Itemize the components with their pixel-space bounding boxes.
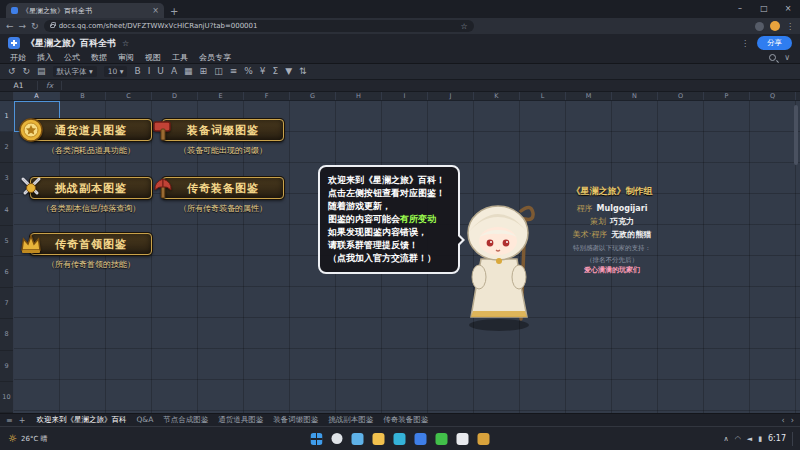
- row-header-6[interactable]: 6: [0, 257, 13, 288]
- select-all-corner[interactable]: [0, 92, 14, 100]
- tray-icon-0[interactable]: ∧: [724, 435, 729, 443]
- weather-widget[interactable]: ☼ 26°C 晴: [8, 427, 48, 450]
- column-header-H[interactable]: H: [336, 92, 382, 100]
- menu-item-3[interactable]: 数据: [91, 52, 107, 63]
- legendary-boss-button[interactable]: 传奇首领图鉴: [30, 233, 152, 255]
- show-desktop-button[interactable]: [792, 432, 794, 446]
- new-tab-button[interactable]: +: [170, 6, 178, 17]
- fill-color-icon[interactable]: ▦: [184, 67, 193, 76]
- column-header-M[interactable]: M: [566, 92, 612, 100]
- menu-item-1[interactable]: 插入: [37, 52, 53, 63]
- close-button[interactable]: ×: [776, 0, 800, 18]
- minimize-button[interactable]: –: [728, 0, 752, 18]
- equip-affix-button[interactable]: 装备词缀图鉴: [162, 119, 284, 141]
- maximize-button[interactable]: □: [752, 0, 776, 18]
- collapse-toolbar-icon[interactable]: ∨: [784, 53, 790, 62]
- column-header-P[interactable]: P: [704, 92, 750, 100]
- merge-cells-icon[interactable]: ◫: [214, 67, 223, 76]
- undo-icon[interactable]: ↺: [8, 67, 16, 76]
- menu-item-4[interactable]: 审阅: [118, 52, 134, 63]
- tray-icon-1[interactable]: ◠: [735, 435, 741, 443]
- row-header-9[interactable]: 9: [0, 351, 13, 382]
- back-icon[interactable]: ←: [6, 21, 14, 31]
- spreadsheet-grid[interactable]: 12345678910 通货道具图鉴 （各类消耗品道具功能） 装备词缀图鉴 （装…: [0, 101, 800, 413]
- vertical-scrollbar[interactable]: [794, 105, 798, 165]
- column-header-K[interactable]: K: [474, 92, 520, 100]
- taskbar-wechat-icon[interactable]: [436, 433, 448, 445]
- align-icon[interactable]: ≡: [230, 67, 238, 76]
- currency-items-button[interactable]: 通货道具图鉴: [30, 119, 152, 141]
- sum-icon[interactable]: Σ: [273, 67, 279, 76]
- row-header-7[interactable]: 7: [0, 288, 13, 319]
- italic-icon[interactable]: I: [148, 67, 151, 76]
- column-header-I[interactable]: I: [382, 92, 428, 100]
- filter-icon[interactable]: ▼: [285, 67, 292, 76]
- column-header-B[interactable]: B: [60, 92, 106, 100]
- column-header-F[interactable]: F: [244, 92, 290, 100]
- tray-icon-3[interactable]: ▮: [758, 435, 762, 443]
- menu-item-0[interactable]: 开始: [10, 52, 26, 63]
- formula-input[interactable]: [62, 80, 800, 91]
- tab-prev-icon[interactable]: ‹: [782, 416, 785, 425]
- column-header-E[interactable]: E: [198, 92, 244, 100]
- favorite-star-icon[interactable]: ☆: [122, 39, 129, 48]
- column-header-N[interactable]: N: [612, 92, 658, 100]
- browser-menu-icon[interactable]: ⋮: [786, 22, 794, 31]
- taskbar-edge-icon[interactable]: [394, 433, 406, 445]
- menu-item-6[interactable]: 工具: [172, 52, 188, 63]
- menu-item-5[interactable]: 视图: [145, 52, 161, 63]
- menu-item-7[interactable]: 会员专享: [199, 52, 231, 63]
- share-button[interactable]: 分享: [757, 36, 792, 50]
- taskbar-search-icon[interactable]: [332, 433, 343, 444]
- taskbar-qq-app-icon[interactable]: [457, 433, 469, 445]
- refresh-icon[interactable]: ↻: [31, 21, 39, 31]
- tray-icon-2[interactable]: ◄: [747, 435, 752, 443]
- font-size-select[interactable]: 10 ▾: [104, 66, 128, 78]
- column-header-G[interactable]: G: [290, 92, 336, 100]
- row-header-1[interactable]: 1: [0, 101, 13, 132]
- clock[interactable]: 6:17: [768, 434, 786, 443]
- search-icon[interactable]: [769, 54, 776, 61]
- row-header-2[interactable]: 2: [0, 132, 13, 163]
- row-header-8[interactable]: 8: [0, 319, 13, 350]
- extension-icon[interactable]: [755, 22, 764, 31]
- tab-next-icon[interactable]: ›: [791, 416, 794, 425]
- profile-avatar[interactable]: [770, 21, 780, 31]
- column-header-C[interactable]: C: [106, 92, 152, 100]
- column-header-J[interactable]: J: [428, 92, 474, 100]
- text-color-icon[interactable]: A: [171, 67, 177, 76]
- currency-icon[interactable]: ¥: [260, 67, 266, 76]
- join-group-link[interactable]: （点我加入官方交流群！）: [328, 252, 450, 265]
- tab-close-icon[interactable]: ×: [152, 6, 159, 15]
- browser-tab[interactable]: 《星澜之旅》百科全书 ×: [6, 3, 164, 18]
- row-header-10[interactable]: 10: [0, 382, 13, 413]
- taskbar-game-app-icon[interactable]: [478, 433, 490, 445]
- taskbar-file-explorer-icon[interactable]: [373, 433, 385, 445]
- sheet-list-icon[interactable]: ≡: [6, 416, 13, 425]
- bookmark-star-icon[interactable]: ☆: [460, 22, 467, 31]
- cell-reference[interactable]: A1: [0, 81, 38, 90]
- challenge-dungeon-button[interactable]: 挑战副本图鉴: [30, 177, 152, 199]
- column-header-Q[interactable]: Q: [750, 92, 796, 100]
- font-select[interactable]: 默认字体 ▾: [53, 66, 97, 78]
- forward-icon[interactable]: →: [19, 21, 27, 31]
- bold-icon[interactable]: B: [134, 67, 140, 76]
- row-header-4[interactable]: 4: [0, 195, 13, 226]
- taskbar-task-view-icon[interactable]: [352, 433, 364, 445]
- redo-icon[interactable]: ↻: [23, 67, 31, 76]
- legendary-equip-button[interactable]: 传奇装备图鉴: [162, 177, 284, 199]
- taskbar-start-icon[interactable]: [311, 433, 323, 445]
- mascot-character[interactable]: [455, 193, 543, 337]
- menu-item-2[interactable]: 公式: [64, 52, 80, 63]
- taskbar-tencent-docs-icon[interactable]: [415, 433, 427, 445]
- column-header-A[interactable]: A: [14, 92, 60, 100]
- percent-icon[interactable]: %: [244, 67, 253, 76]
- row-header-5[interactable]: 5: [0, 226, 13, 257]
- row-header-3[interactable]: 3: [0, 163, 13, 194]
- underline-icon[interactable]: U: [157, 67, 164, 76]
- sort-icon[interactable]: ⇅: [299, 67, 307, 76]
- column-header-D[interactable]: D: [152, 92, 198, 100]
- doc-more-icon[interactable]: ⋮: [741, 39, 749, 48]
- address-bar[interactable]: docs.qq.com/sheet/DVFZTWWxVcHlCRanjU?tab…: [44, 20, 474, 32]
- tencent-docs-logo[interactable]: [8, 37, 20, 49]
